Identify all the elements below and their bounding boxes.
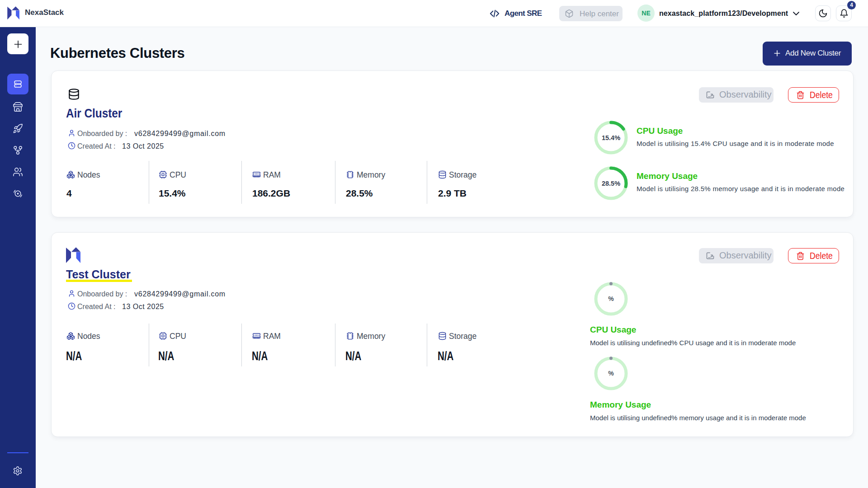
svg-text:28.5%: 28.5%: [602, 180, 620, 187]
svg-text:%: %: [608, 295, 614, 302]
svg-text:15.4%: 15.4%: [602, 134, 620, 141]
svg-text:%: %: [608, 370, 614, 377]
